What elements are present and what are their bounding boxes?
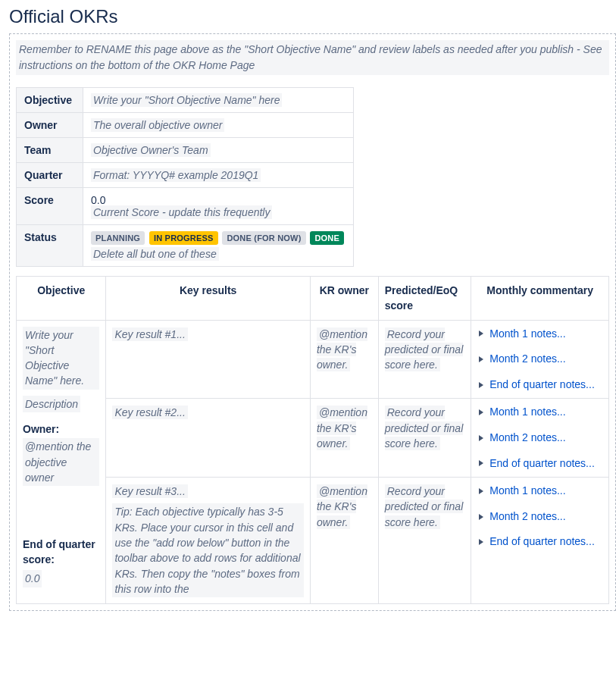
meta-label-team: Team — [17, 138, 83, 163]
chevron-right-icon — [479, 330, 483, 337]
objective-description-placeholder: Description — [23, 396, 80, 412]
month2-label: Month 2 notes... — [489, 509, 565, 525]
header-kr-owner: KR owner — [310, 277, 378, 321]
meta-table: Objective Write your "Short Objective Na… — [16, 87, 354, 267]
eoq-label: End of quarter notes... — [489, 534, 595, 550]
kr-table: Objective Key results KR owner Predicted… — [16, 276, 609, 604]
objective-owner-label: Owner: — [23, 421, 99, 437]
month1-label: Month 1 notes... — [489, 484, 565, 499]
month1-label: Month 1 notes... — [489, 327, 565, 342]
score-value: 0.0 — [91, 194, 105, 206]
score-hint: Current Score - update this frequently — [91, 205, 272, 219]
status-planning-label[interactable]: PLANNING — [91, 231, 145, 245]
status-donefornow-label[interactable]: DONE (FOR NOW) — [222, 231, 305, 245]
meta-row-quarter: Quarter Format: YYYYQ# example 2019Q1 — [17, 163, 354, 188]
meta-label-owner: Owner — [17, 113, 83, 138]
kr-owner-cell-3[interactable]: @mention the KR's owner. — [310, 478, 378, 604]
month1-label: Month 1 notes... — [489, 405, 565, 420]
chevron-right-icon — [479, 382, 483, 388]
kr-score-cell-2[interactable]: Record your predicted or final score her… — [378, 399, 471, 478]
objective-eoq-label: End of quarter score: — [23, 537, 99, 567]
month2-label: Month 2 notes... — [489, 352, 565, 367]
kr-commentary-cell-2[interactable]: Month 1 notes... Month 2 notes... End of… — [471, 399, 609, 478]
header-key-results: Key results — [106, 277, 311, 321]
kr-header-row: Objective Key results KR owner Predicted… — [17, 277, 609, 321]
objective-eoq-value: 0.0 — [23, 570, 42, 587]
kr-commentary-cell-3[interactable]: Month 1 notes... Month 2 notes... End of… — [471, 478, 609, 604]
meta-row-owner: Owner The overall objective owner — [17, 113, 354, 138]
content-container: Remember to RENAME this page above as th… — [9, 33, 616, 611]
eoq-label: End of quarter notes... — [489, 456, 595, 471]
eoq-notes-link-2[interactable]: End of quarter notes... — [477, 456, 602, 471]
kr-owner-cell-1[interactable]: @mention the KR's owner. — [310, 320, 378, 399]
eoq-notes-link-3[interactable]: End of quarter notes... — [477, 534, 602, 550]
meta-value-score[interactable]: 0.0 Current Score - update this frequent… — [83, 188, 354, 225]
chevron-right-icon — [479, 488, 483, 494]
kr-cell-1[interactable]: Key result #1... — [106, 320, 311, 399]
meta-label-quarter: Quarter — [17, 163, 83, 188]
month1-notes-link-2[interactable]: Month 1 notes... — [477, 405, 602, 420]
chevron-right-icon — [479, 435, 483, 441]
meta-value-objective[interactable]: Write your "Short Objective Name" here — [83, 88, 354, 113]
intro-note: Remember to RENAME this page above as th… — [16, 40, 609, 75]
status-inprogress-label[interactable]: IN PROGRESS — [149, 231, 218, 245]
meta-row-team: Team Objective Owner's Team — [17, 138, 354, 163]
kr-cell-2[interactable]: Key result #2... — [106, 399, 311, 478]
kr-row-1: Write your "Short Objective Name" here. … — [17, 320, 609, 399]
meta-value-owner[interactable]: The overall objective owner — [83, 113, 354, 138]
kr-score-cell-1[interactable]: Record your predicted or final score her… — [378, 320, 471, 399]
quarter-placeholder: Format: YYYYQ# example 2019Q1 — [91, 168, 261, 182]
meta-value-quarter[interactable]: Format: YYYYQ# example 2019Q1 — [83, 163, 354, 188]
kr3-tip: Tip: Each objective typically has 3-5 KR… — [112, 503, 304, 597]
meta-label-objective: Objective — [17, 88, 83, 113]
owner-placeholder: The overall objective owner — [91, 118, 224, 132]
kr-owner-cell-2[interactable]: @mention the KR's owner. — [310, 399, 378, 478]
status-labels: PLANNING IN PROGRESS DONE (FOR NOW) DONE — [91, 231, 346, 245]
header-commentary: Monthly commentary — [471, 277, 609, 321]
kr-cell-3[interactable]: Key result #3... Tip: Each objective typ… — [106, 478, 311, 604]
meta-value-team[interactable]: Objective Owner's Team — [83, 138, 354, 163]
kr2-placeholder: Key result #2... — [112, 406, 187, 419]
kr2-score-placeholder: Record your predicted or final score her… — [385, 406, 464, 450]
kr3-score-placeholder: Record your predicted or final score her… — [385, 484, 464, 529]
month2-notes-link-3[interactable]: Month 2 notes... — [477, 509, 602, 525]
kr2-owner-placeholder: @mention the KR's owner. — [317, 406, 367, 450]
header-score: Predicted/EoQ score — [378, 277, 471, 321]
header-objective: Objective — [17, 277, 106, 321]
meta-label-status: Status — [17, 225, 83, 267]
meta-row-objective: Objective Write your "Short Objective Na… — [17, 88, 354, 113]
eoq-label: End of quarter notes... — [489, 377, 595, 393]
kr3-placeholder: Key result #3... — [112, 484, 187, 498]
kr1-score-placeholder: Record your predicted or final score her… — [385, 327, 464, 372]
meta-row-status: Status PLANNING IN PROGRESS DONE (FOR NO… — [17, 225, 354, 267]
status-done-label[interactable]: DONE — [310, 231, 344, 245]
chevron-right-icon — [479, 460, 483, 466]
meta-label-score: Score — [17, 188, 83, 225]
kr-commentary-cell-1[interactable]: Month 1 notes... Month 2 notes... End of… — [471, 320, 609, 399]
objective-name-placeholder: Write your "Short Objective Name" here. — [23, 327, 99, 390]
month2-label: Month 2 notes... — [489, 431, 565, 446]
chevron-right-icon — [479, 409, 483, 415]
kr1-placeholder: Key result #1... — [112, 327, 187, 341]
kr1-owner-placeholder: @mention the KR's owner. — [317, 327, 367, 372]
month2-notes-link-2[interactable]: Month 2 notes... — [477, 431, 602, 446]
kr3-owner-placeholder: @mention the KR's owner. — [317, 484, 367, 529]
month1-notes-link-3[interactable]: Month 1 notes... — [477, 484, 602, 499]
meta-row-score: Score 0.0 Current Score - update this fr… — [17, 188, 354, 225]
objective-cell[interactable]: Write your "Short Objective Name" here. … — [17, 320, 106, 604]
month2-notes-link-1[interactable]: Month 2 notes... — [477, 352, 602, 367]
objective-owner-mention: @mention the objective owner — [23, 438, 99, 486]
kr-score-cell-3[interactable]: Record your predicted or final score her… — [378, 478, 471, 604]
chevron-right-icon — [479, 539, 483, 545]
status-hint: Delete all but one of these — [91, 247, 219, 261]
page-title: Official OKRs — [0, 0, 616, 33]
month1-notes-link-1[interactable]: Month 1 notes... — [477, 327, 602, 342]
objective-placeholder: Write your "Short Objective Name" here — [91, 93, 282, 107]
chevron-right-icon — [479, 514, 483, 520]
eoq-notes-link-1[interactable]: End of quarter notes... — [477, 377, 602, 393]
chevron-right-icon — [479, 356, 483, 362]
meta-value-status[interactable]: PLANNING IN PROGRESS DONE (FOR NOW) DONE… — [83, 225, 354, 267]
team-placeholder: Objective Owner's Team — [91, 143, 211, 157]
